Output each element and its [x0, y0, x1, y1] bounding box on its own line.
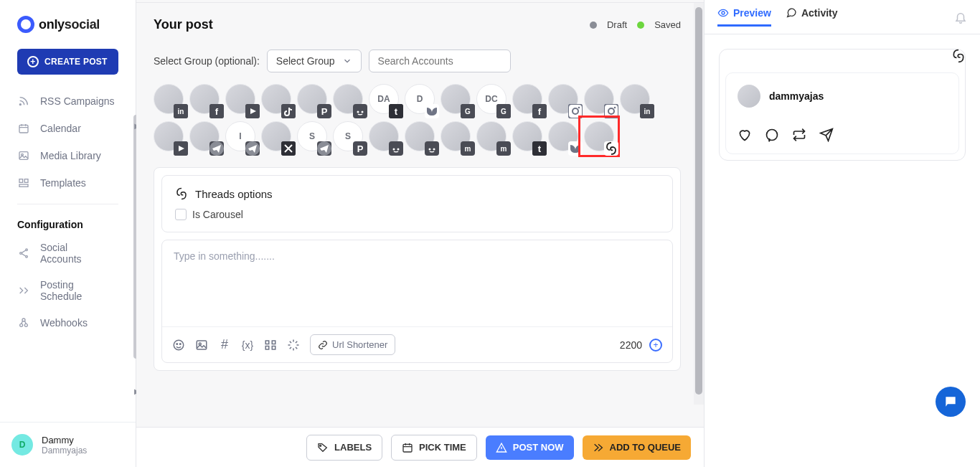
user-profile[interactable]: D Dammy Dammyajas — [0, 422, 136, 467]
account-avatar[interactable]: SP — [333, 121, 363, 151]
svg-rect-74 — [403, 444, 412, 452]
brand-logo[interactable]: onlysocial — [0, 0, 136, 46]
account-avatar[interactable]: t — [512, 121, 542, 151]
emoji-icon[interactable] — [172, 339, 185, 352]
main-scrollbar-thumb[interactable] — [695, 7, 702, 395]
svg-rect-5 — [24, 179, 28, 183]
tab-activity[interactable]: Activity — [786, 7, 838, 27]
nav-templates[interactable]: Templates — [11, 169, 124, 197]
account-avatar[interactable] — [189, 121, 220, 151]
select-group-button[interactable]: Select Group — [267, 49, 362, 72]
post-now-button[interactable]: POST NOW — [486, 435, 574, 460]
add-to-queue-button[interactable]: ADD TO QUEUE — [583, 435, 691, 460]
send-icon[interactable] — [819, 128, 834, 142]
account-avatar[interactable]: f — [189, 84, 220, 114]
variable-icon[interactable]: {x} — [241, 339, 254, 352]
account-avatar[interactable] — [548, 84, 578, 114]
account-avatar[interactable] — [261, 84, 291, 114]
svg-text:G: G — [465, 108, 471, 115]
nav-calendar[interactable]: Calendar — [11, 115, 124, 142]
account-avatar[interactable]: DCG — [476, 84, 507, 114]
in-icon: in — [174, 104, 188, 118]
account-avatar[interactable]: f — [512, 84, 542, 114]
account-avatar[interactable] — [154, 121, 184, 151]
account-avatar[interactable]: m — [476, 121, 507, 151]
svg-text:in: in — [644, 108, 651, 115]
nav-media-library[interactable]: Media Library — [11, 142, 124, 169]
account-avatar[interactable] — [261, 121, 291, 151]
main-scrollbar-track[interactable] — [694, 3, 704, 405]
calendar-icon — [17, 122, 30, 135]
svg-point-35 — [573, 108, 578, 114]
account-avatar[interactable]: DAt — [369, 84, 399, 114]
svg-text:t: t — [538, 143, 542, 154]
account-avatar[interactable]: S — [297, 121, 327, 151]
account-avatar[interactable] — [225, 84, 255, 114]
create-post-button[interactable]: + CREATE POST — [17, 49, 118, 75]
char-count: 2200 — [620, 339, 642, 351]
sidebar: onlysocial + CREATE POST RSS Campaigns C… — [0, 0, 136, 467]
account-avatar[interactable] — [333, 84, 363, 114]
account-avatar[interactable] — [584, 84, 614, 114]
svg-point-23 — [357, 111, 359, 113]
bs-icon — [568, 141, 583, 156]
help-fab[interactable] — [936, 387, 966, 417]
heart-icon[interactable] — [738, 128, 752, 142]
svg-rect-6 — [19, 184, 28, 187]
svg-point-36 — [578, 107, 580, 109]
account-avatar[interactable] — [405, 121, 435, 151]
account-avatar[interactable]: I — [225, 121, 255, 151]
search-accounts-input[interactable] — [369, 49, 511, 72]
template-icon[interactable] — [264, 339, 277, 352]
account-avatar[interactable] — [369, 121, 399, 151]
hashtag-icon[interactable]: # — [218, 339, 231, 352]
account-avatar[interactable]: in — [154, 84, 184, 114]
nav-webhooks[interactable]: Webhooks — [11, 309, 124, 336]
bell-icon[interactable] — [954, 11, 967, 24]
pick-time-button[interactable]: PICK TIME — [391, 435, 477, 461]
account-avatar[interactable]: m — [440, 121, 471, 151]
gb-icon: G — [496, 104, 511, 118]
tg-icon — [317, 141, 331, 156]
image-insert-icon[interactable] — [195, 339, 208, 352]
url-shortener-button[interactable]: Url Shortener — [310, 334, 395, 355]
user-name: Dammy — [42, 435, 87, 445]
svg-point-75 — [722, 11, 725, 14]
ig-icon — [568, 104, 583, 118]
svg-text:P: P — [357, 143, 364, 154]
svg-point-50 — [389, 141, 403, 156]
nav-posting-schedule[interactable]: Posting Schedule — [11, 272, 124, 309]
account-avatar[interactable]: P — [297, 84, 327, 114]
account-avatar[interactable]: in — [620, 84, 650, 114]
templates-icon — [17, 176, 30, 189]
svg-point-9 — [26, 255, 28, 258]
share-icon — [17, 247, 30, 260]
threads-options-panel: Threads options Is Carousel — [161, 175, 673, 232]
tag-icon — [317, 442, 329, 453]
right-panel: Preview Activity dammyajas — [705, 0, 980, 467]
labels-button[interactable]: LABELS — [306, 435, 382, 461]
svg-text:G: G — [501, 108, 507, 115]
account-avatar[interactable] — [548, 121, 578, 151]
tab-preview[interactable]: Preview — [717, 7, 771, 27]
repost-icon[interactable] — [792, 128, 806, 142]
sparkle-icon[interactable] — [287, 339, 300, 352]
nav-rss-campaigns[interactable]: RSS Campaigns — [11, 88, 124, 115]
account-avatar[interactable] — [584, 121, 614, 151]
add-post-icon[interactable]: + — [649, 339, 662, 352]
nav-social-accounts[interactable]: Social Accounts — [11, 235, 124, 272]
image-icon — [17, 149, 30, 162]
accounts-grid: infPDAtDGDCGfin ISSPmmt — [154, 84, 681, 151]
rd-icon — [425, 141, 439, 156]
is-carousel-checkbox[interactable]: Is Carousel — [175, 209, 659, 220]
page-title: Your post — [154, 17, 213, 32]
account-avatar[interactable]: G — [440, 84, 471, 114]
preview-avatar — [738, 85, 760, 108]
post-textarea[interactable]: Type in something....... — [162, 240, 672, 326]
svg-rect-72 — [272, 346, 275, 349]
account-avatar[interactable]: D — [405, 84, 435, 114]
plus-icon: + — [27, 56, 39, 67]
rss-icon — [17, 95, 30, 108]
logo-icon — [17, 16, 34, 33]
comment-icon[interactable] — [765, 128, 779, 142]
